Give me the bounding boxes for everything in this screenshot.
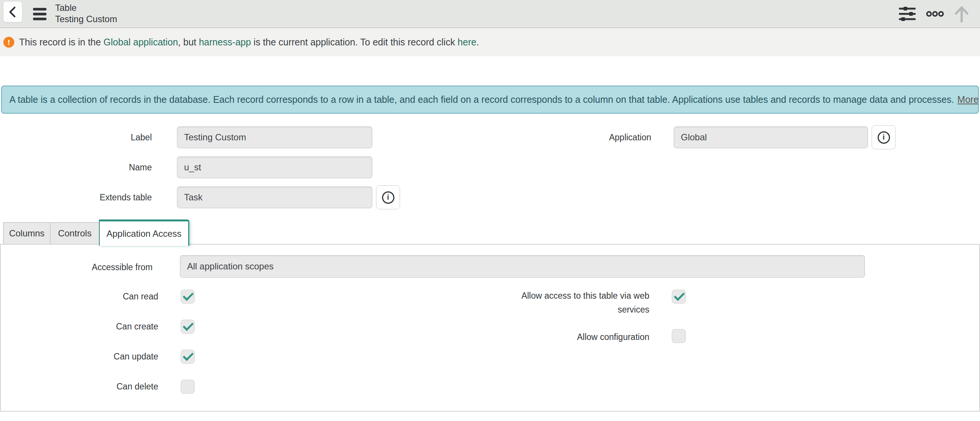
page-title: Table Testing Custom	[55, 2, 117, 25]
label-field-input[interactable]: Testing Custom	[177, 126, 372, 148]
can-read-label: Can read	[1, 290, 158, 303]
extends-table-field-input[interactable]: Task	[177, 187, 372, 208]
global-application-link[interactable]: Global application	[103, 37, 178, 47]
label-field-label: Label	[0, 126, 152, 148]
name-field-label: Name	[0, 156, 152, 178]
name-field-input[interactable]: u_st	[177, 156, 372, 178]
allow-web-services-checkbox[interactable]	[672, 290, 686, 303]
tab-controls[interactable]: Controls	[50, 222, 100, 244]
table-record-page: Table Testing Custom	[0, 0, 980, 421]
tab-application-access[interactable]: Application Access	[99, 220, 189, 246]
can-delete-checkbox[interactable]	[181, 380, 194, 394]
can-create-label: Can create	[1, 320, 158, 333]
more-info-link[interactable]: More Info	[958, 94, 979, 105]
up-arrow-icon	[953, 5, 970, 23]
cross-scope-warning-bar: This record is in the Global application…	[0, 28, 980, 56]
can-update-label: Can update	[1, 350, 158, 364]
scroll-to-top-button[interactable]	[952, 0, 971, 27]
header-bar: Table Testing Custom	[0, 0, 980, 28]
extends-table-field-label: Extends table	[0, 187, 152, 208]
allow-web-services-label: Allow access to this table via web servi…	[488, 289, 649, 317]
can-read-checkbox[interactable]	[181, 290, 194, 303]
can-update-checkbox[interactable]	[181, 350, 194, 364]
more-options-button[interactable]	[925, 0, 945, 27]
application-access-panel: Accessible from All application scopes C…	[0, 244, 980, 411]
extends-table-reference-info-button[interactable]	[376, 185, 400, 209]
info-icon	[878, 131, 890, 144]
personalize-form-button[interactable]	[898, 0, 916, 27]
current-application-link[interactable]: harness-app	[199, 37, 251, 47]
application-field-input[interactable]: Global	[674, 126, 868, 148]
warning-icon	[3, 37, 14, 48]
sliders-icon	[899, 5, 916, 22]
accessible-from-label: Accessible from	[1, 256, 153, 278]
record-type-label: Table	[55, 2, 117, 13]
application-reference-info-button[interactable]	[872, 125, 896, 149]
can-delete-label: Can delete	[1, 380, 158, 394]
allow-configuration-checkbox[interactable]	[672, 329, 686, 343]
tab-columns[interactable]: Columns	[3, 222, 51, 244]
more-options-icon	[926, 10, 944, 18]
record-name-label: Testing Custom	[55, 13, 117, 25]
accessible-from-select[interactable]: All application scopes	[180, 255, 865, 277]
chevron-left-icon	[7, 5, 18, 19]
banner-text: A table is a collection of records in th…	[10, 94, 954, 105]
table-description-banner: A table is a collection of records in th…	[1, 86, 979, 114]
edit-record-here-link[interactable]: here	[458, 37, 477, 47]
back-button[interactable]	[3, 1, 22, 22]
allow-configuration-label: Allow configuration	[488, 330, 649, 344]
warning-message: This record is in the Global application…	[19, 37, 479, 48]
application-field-label: Application	[501, 126, 651, 148]
hamburger-menu-icon[interactable]	[33, 6, 47, 22]
can-create-checkbox[interactable]	[181, 320, 194, 333]
info-icon	[382, 191, 395, 204]
